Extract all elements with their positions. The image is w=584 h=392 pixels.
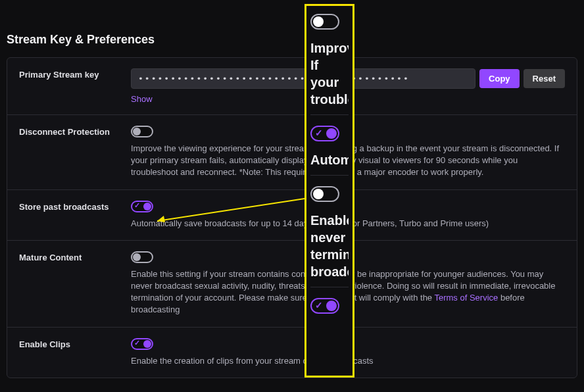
mature-toggle[interactable] <box>131 251 153 263</box>
row-disconnect: Disconnect Protection Improve the viewin… <box>7 115 577 190</box>
callout-toggle-2[interactable]: ✓ <box>310 126 339 141</box>
clips-label: Enable Clips <box>19 338 131 349</box>
show-link[interactable]: Show <box>131 94 153 104</box>
tos-link[interactable]: Terms of Service <box>434 293 498 303</box>
callout-seg-4: ✓ <box>310 294 349 330</box>
copy-button[interactable]: Copy <box>479 69 520 88</box>
row-mature: Mature Content Enable this setting if yo… <box>7 241 577 328</box>
page-title: Stream Key & Preferences <box>7 33 577 47</box>
callout-text-3: Enable never termin broadc <box>310 212 349 280</box>
callout-toggle-4[interactable]: ✓ <box>310 298 339 314</box>
callout-seg-3: Enable never termin broadc <box>310 182 349 287</box>
stream-key-input[interactable]: ••••••••••••••••••••••••••••••••••••••••… <box>131 68 475 89</box>
callout-text-2: Autom <box>310 151 349 168</box>
callout-toggle-3[interactable] <box>310 186 339 202</box>
disconnect-toggle[interactable] <box>131 126 153 137</box>
clips-toggle[interactable]: ✓ <box>131 338 153 350</box>
callout-text-1: Improv If your trouble <box>310 39 349 108</box>
callout-seg-2: ✓ Autom <box>310 122 349 176</box>
reset-button[interactable]: Reset <box>523 69 565 88</box>
mature-label: Mature Content <box>19 251 131 262</box>
row-store: Store past broadcasts ✓ Automatically sa… <box>7 190 577 241</box>
stream-key-label: Primary Stream key <box>19 68 131 80</box>
disconnect-label: Disconnect Protection <box>19 126 131 137</box>
store-label: Store past broadcasts <box>19 201 131 212</box>
row-stream-key: Primary Stream key •••••••••••••••••••••… <box>7 58 577 115</box>
settings-panel: Primary Stream key •••••••••••••••••••••… <box>7 57 577 378</box>
callout-box: Improv If your trouble ✓ Autom Enable ne… <box>304 4 354 378</box>
callout-seg-1: Improv If your trouble <box>310 10 349 115</box>
callout-toggle-1[interactable] <box>310 14 339 30</box>
row-clips: Enable Clips ✓ Enable the creation of cl… <box>7 328 577 378</box>
store-toggle[interactable]: ✓ <box>131 201 153 212</box>
